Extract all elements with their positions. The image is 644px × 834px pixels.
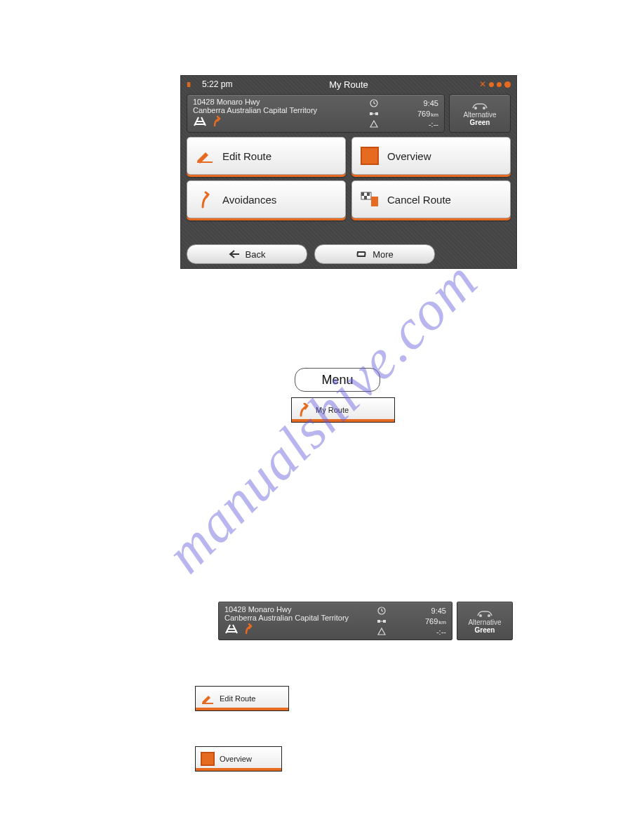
- edit-route-icon: [200, 692, 215, 705]
- svg-rect-8: [367, 192, 370, 196]
- avoidances-icon: [194, 190, 215, 208]
- svg-point-4: [474, 107, 477, 110]
- my-route-icon: [297, 403, 310, 417]
- svg-rect-12: [377, 620, 380, 623]
- svg-point-5: [483, 107, 485, 110]
- avoidances-button[interactable]: Avoidances: [187, 180, 346, 218]
- cancel-route-icon: [359, 191, 380, 208]
- address-line2: Canberra Australian Capital Territory: [193, 106, 368, 114]
- menu-label: Menu: [321, 373, 353, 388]
- alternative-route-button[interactable]: Alternative Green: [449, 94, 511, 133]
- menu-button[interactable]: Menu: [295, 368, 380, 392]
- edit-route-small-button[interactable]: Edit Route: [195, 686, 289, 711]
- warning-icon: [376, 628, 387, 636]
- svg-rect-7: [361, 192, 364, 196]
- clock-icon: [376, 607, 387, 615]
- cancel-route-label: Cancel Route: [387, 194, 451, 206]
- svg-rect-1: [370, 112, 373, 115]
- alternative-route-button-copy[interactable]: Alternative Green: [457, 602, 513, 640]
- svg-rect-9: [364, 196, 367, 199]
- warning-value: -:--: [384, 120, 438, 128]
- edit-route-icon: [194, 148, 215, 164]
- overview-small-label: Overview: [220, 755, 252, 763]
- turn-icon: [213, 116, 222, 127]
- overview-button[interactable]: Overview: [351, 137, 511, 175]
- overview-label: Overview: [387, 150, 431, 162]
- clock-icon: [368, 99, 380, 107]
- svg-point-15: [479, 614, 482, 617]
- more-label: More: [373, 249, 394, 260]
- back-arrow-icon: [229, 250, 240, 258]
- edit-route-label: Edit Route: [222, 150, 271, 162]
- overview-small-button[interactable]: Overview: [195, 746, 282, 772]
- distance-icon: [376, 618, 387, 625]
- eta-value: 9:45: [384, 99, 438, 107]
- button-grid: Edit Route Overview Avoidances: [181, 137, 516, 218]
- route-info-main[interactable]: 10428 Monaro Hwy Canberra Australian Cap…: [187, 94, 445, 133]
- distance-icon: [368, 110, 380, 117]
- my-route-label: My Route: [316, 406, 349, 414]
- route-stats: 9:45 769km -:--: [368, 98, 438, 129]
- route-info-bar-copy: 10428 Monaro Hwy Canberra Australian Cap…: [218, 602, 513, 640]
- route-info-main-copy[interactable]: 10428 Monaro Hwy Canberra Australian Cap…: [218, 602, 452, 640]
- warning-icon: [368, 120, 380, 128]
- address-line1: 10428 Monaro Hwy: [193, 98, 368, 106]
- distance-value-copy: 769km: [391, 617, 446, 626]
- address-line1-copy: 10428 Monaro Hwy: [224, 605, 376, 614]
- overview-icon: [200, 752, 215, 766]
- alternative-label-copy: Alternative: [468, 618, 501, 626]
- svg-rect-13: [383, 620, 386, 623]
- car-icon: [471, 101, 489, 111]
- svg-point-16: [488, 614, 490, 617]
- overview-icon: [359, 147, 380, 165]
- status-bar: ııı 5:22 pm My Route ✕: [181, 76, 516, 93]
- alternative-label: Alternative: [463, 111, 496, 119]
- car-icon: [476, 609, 494, 618]
- svg-rect-2: [375, 112, 378, 115]
- my-route-button[interactable]: My Route: [291, 397, 395, 423]
- screen-title: My Route: [181, 79, 516, 90]
- eta-value-copy: 9:45: [391, 607, 446, 615]
- alternative-value-copy: Green: [475, 626, 495, 634]
- bottom-bar: Back More: [187, 244, 511, 264]
- alternative-value: Green: [470, 119, 490, 126]
- highway-icon: [193, 116, 207, 127]
- back-button[interactable]: Back: [187, 244, 307, 264]
- route-stats-copy: 9:45 769km -:--: [376, 605, 446, 637]
- address-line2-copy: Canberra Australian Capital Territory: [224, 614, 376, 622]
- warning-value-copy: -:--: [391, 628, 446, 636]
- highway-icon: [224, 623, 239, 635]
- more-icon: [356, 250, 367, 258]
- more-button[interactable]: More: [314, 244, 435, 264]
- back-label: Back: [246, 249, 266, 260]
- edit-route-small-label: Edit Route: [220, 694, 255, 703]
- distance-value: 769km: [384, 110, 438, 118]
- avoidances-label: Avoidances: [222, 194, 276, 206]
- edit-route-button[interactable]: Edit Route: [187, 137, 346, 175]
- nav-device-screen: ııı 5:22 pm My Route ✕ 10428 Monaro Hwy …: [180, 75, 517, 269]
- route-address-copy: 10428 Monaro Hwy Canberra Australian Cap…: [224, 605, 376, 637]
- turn-icon: [244, 623, 254, 635]
- route-address: 10428 Monaro Hwy Canberra Australian Cap…: [193, 98, 368, 129]
- cancel-route-button[interactable]: Cancel Route: [351, 180, 511, 218]
- svg-rect-10: [371, 197, 378, 206]
- route-info-bar: 10428 Monaro Hwy Canberra Australian Cap…: [187, 94, 511, 133]
